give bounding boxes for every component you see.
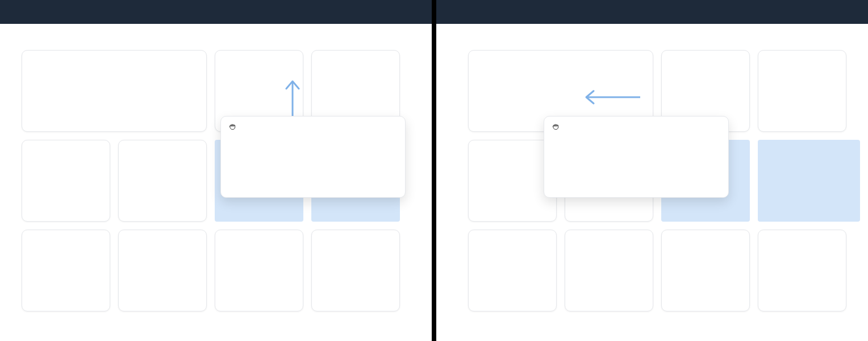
grid-card[interactable]	[565, 230, 653, 311]
grid-card[interactable]	[118, 230, 207, 311]
app-header	[436, 0, 868, 24]
grid-card[interactable]	[311, 230, 400, 311]
grid-card[interactable]	[758, 230, 846, 311]
grid-card[interactable]	[468, 230, 557, 311]
grid-card[interactable]	[22, 50, 207, 132]
demo-pane-left	[0, 0, 432, 341]
app-header	[0, 0, 432, 24]
dragging-card[interactable]	[220, 116, 406, 198]
drop-placeholder	[758, 140, 860, 222]
demo-pane-right	[436, 0, 868, 341]
grid-card[interactable]	[118, 140, 207, 222]
grid-card[interactable]	[661, 230, 750, 311]
pane-divider	[432, 0, 436, 341]
grid-card[interactable]	[22, 140, 110, 222]
drag-direction-arrow-left-icon	[583, 89, 640, 106]
grab-cursor-icon	[228, 122, 237, 131]
grab-cursor-icon	[551, 122, 560, 131]
grid-card[interactable]	[215, 230, 303, 311]
grid-card[interactable]	[758, 50, 846, 132]
grid-card[interactable]	[22, 230, 110, 311]
dragging-card[interactable]	[544, 116, 729, 198]
